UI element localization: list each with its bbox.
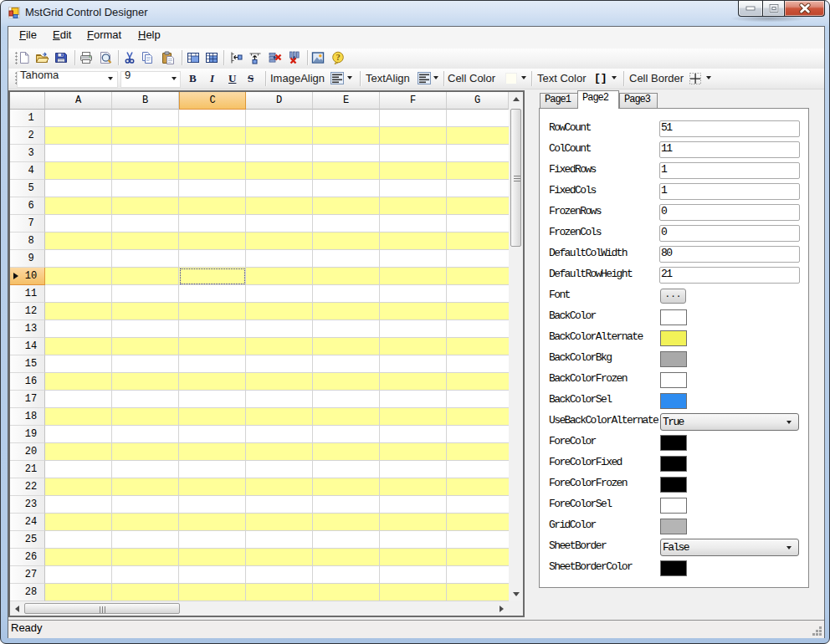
svg-text:?: ? xyxy=(336,53,340,62)
